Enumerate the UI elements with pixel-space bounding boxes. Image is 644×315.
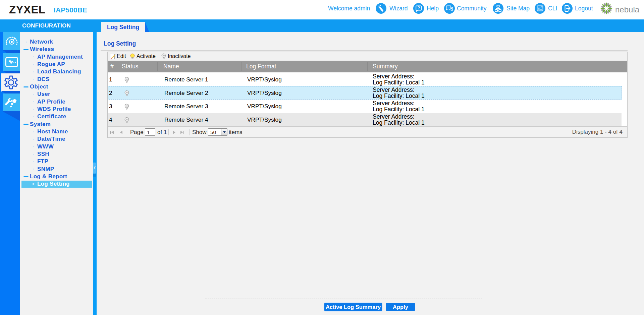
- svg-text:?: ?: [418, 6, 420, 10]
